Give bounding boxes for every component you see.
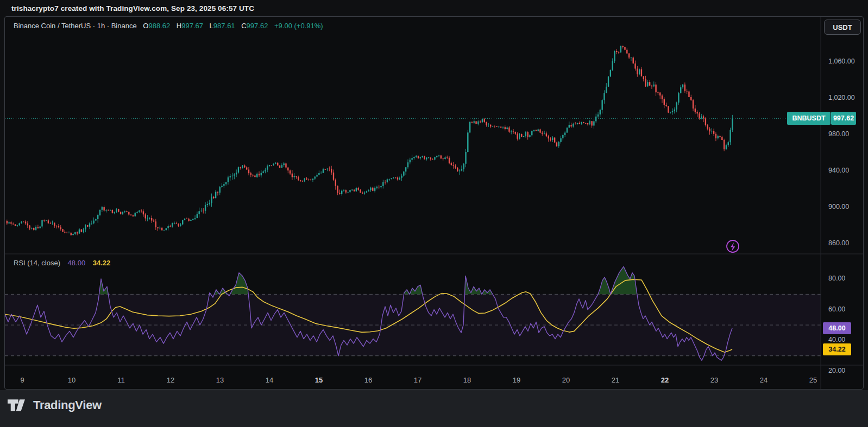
rsi-value-badge: 48.00 (823, 322, 851, 334)
low-label: L (210, 22, 213, 30)
candle-bodies-down (7, 46, 725, 235)
price-axis-tick: 940.00 (828, 167, 849, 174)
time-axis-label: 10 (61, 376, 83, 384)
rsi-title[interactable]: RSI (14, close) (14, 259, 60, 267)
open-value: 988.62 (148, 22, 170, 30)
attribution-bar: trishacrypto7 created with TradingView.c… (11, 4, 254, 12)
close-label: C (241, 22, 246, 30)
chart-canvas[interactable] (5, 17, 863, 389)
rsi-axis-tick: 60.00 (828, 305, 845, 313)
rsi-current-value: 48.00 (68, 259, 86, 267)
price-axis-tick: 860.00 (828, 239, 849, 247)
time-axis-label: 16 (357, 376, 379, 384)
time-axis-label: 19 (506, 376, 527, 384)
candle-wicks-down (7, 46, 724, 236)
change-value: +9.00 (+0.91%) (274, 22, 323, 30)
page: trishacrypto7 created with TradingView.c… (0, 0, 868, 427)
time-axis-label: 23 (703, 376, 725, 384)
low-value: 987.61 (213, 22, 235, 30)
currency-button[interactable]: USDT (824, 20, 861, 35)
tradingview-logo-text: TradingView (33, 398, 102, 412)
time-axis-label: 9 (11, 376, 33, 384)
time-axis-label: 15 (308, 376, 330, 384)
symbol-title[interactable]: Binance Coin / TetherUS · 1h · Binance (14, 22, 137, 30)
footer-bar: TradingView (0, 390, 868, 427)
time-axis-label: 12 (160, 376, 181, 384)
price-axis-tick: 1,020.00 (828, 94, 855, 101)
candle-bodies-up (8, 46, 733, 235)
badge-symbol: BNBUSDT (787, 112, 831, 125)
time-axis-label: 25 (802, 376, 824, 384)
tradingview-logo-icon (8, 399, 27, 412)
symbol-legend[interactable]: Binance Coin / TetherUS · 1h · Binance O… (14, 22, 323, 30)
open-label: O (143, 22, 148, 30)
rsi-axis-tick: 80.00 (828, 275, 845, 282)
rsi-legend[interactable]: RSI (14, close) 48.00 34.22 (14, 259, 110, 267)
time-axis-label: 24 (753, 376, 775, 384)
badge-price: 997.62 (831, 112, 856, 125)
rsi-ma-value: 34.22 (93, 259, 111, 267)
time-axis-label: 11 (110, 376, 132, 384)
rsi-ma-value-badge: 34.22 (823, 343, 851, 355)
tradingview-logo[interactable]: TradingView (8, 398, 102, 412)
price-axis-tick: 900.00 (828, 203, 849, 211)
chart-widget: Binance Coin / TetherUS · 1h · Binance O… (4, 16, 864, 390)
time-axis-label: 14 (259, 376, 280, 384)
rsi-axis-tick: 20.00 (828, 367, 845, 374)
time-axis-label: 22 (654, 376, 676, 384)
close-value: 997.62 (247, 22, 268, 30)
flash-trade-button[interactable] (727, 240, 739, 252)
time-axis-label: 20 (555, 376, 577, 384)
high-label: H (177, 22, 181, 30)
last-price-badge: BNBUSDT 997.62 (787, 112, 856, 125)
time-scale[interactable]: 910111213141516171819202122232425 (5, 365, 821, 389)
price-axis-tick: 980.00 (828, 130, 849, 138)
time-axis-label: 17 (407, 376, 429, 384)
high-value: 997.67 (181, 22, 203, 30)
rsi-overbought-fill (99, 266, 637, 294)
lightning-icon (731, 243, 735, 252)
rsi-axis-tick: 40.00 (828, 336, 845, 343)
time-axis-label: 13 (209, 376, 231, 384)
price-axis-tick: 1,060.00 (828, 58, 855, 65)
time-axis-label: 18 (456, 376, 478, 384)
time-axis-label: 21 (605, 376, 626, 384)
candle-wicks-up (9, 46, 733, 235)
